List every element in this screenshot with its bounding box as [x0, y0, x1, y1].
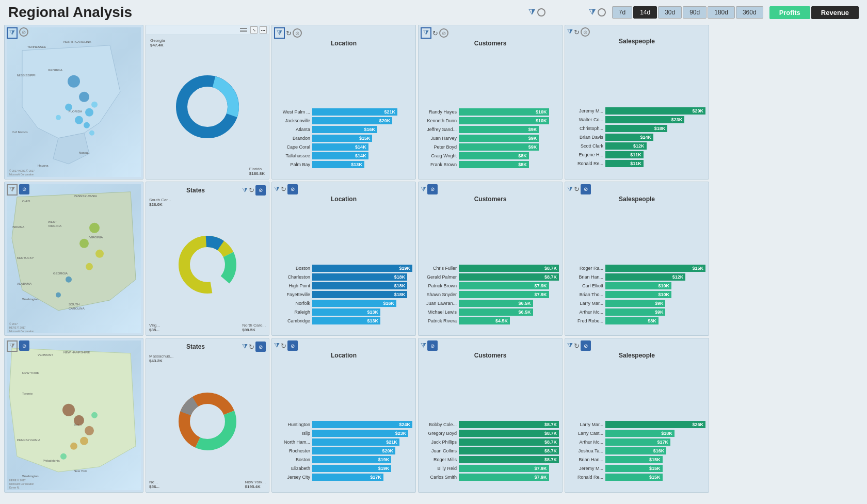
bar-row: Scott Clark $12K — [568, 142, 705, 150]
global-blocked-icon2[interactable] — [596, 7, 607, 19]
time-btn-30d[interactable]: 30d — [658, 6, 682, 19]
revenue-button[interactable]: Revenue — [811, 6, 859, 19]
global-filter-icon2[interactable]: ⧩ — [589, 8, 596, 17]
menu-btn-row1[interactable]: ••• — [260, 26, 267, 34]
global-filter-icon[interactable]: ⧩ — [528, 8, 535, 17]
bar-row: Elizabeth $19K — [275, 465, 412, 472]
states-refresh-icon-row3[interactable]: ↻ — [249, 343, 254, 351]
salespeople-refresh-icon-row3[interactable]: ↻ — [574, 342, 580, 350]
map-filter-icon-row3[interactable]: ⧩ — [7, 340, 18, 352]
salespeople-icons-row1: ⧩ ↻ ⊘ — [567, 27, 590, 37]
svg-point-61 — [60, 453, 67, 460]
bar-row: Brian Han... $12K — [568, 273, 705, 281]
location-refresh-icon-row3[interactable]: ↻ — [281, 342, 286, 350]
map-bg-row1: TENNESSEE NORTH CAROLINA MISSISSIPPI GEO… — [7, 27, 141, 177]
location-title-row3: Location — [274, 352, 413, 420]
states-refresh-icon-row2[interactable]: ↻ — [249, 186, 254, 194]
bar-fill: $15K — [312, 135, 372, 142]
bar-track: $8.7K — [459, 438, 559, 446]
location-refresh-icon-row1[interactable]: ↻ — [286, 29, 292, 37]
bar-label: Eugene H... — [568, 152, 603, 157]
customers-panel-row3: ⧩ ⊘ Customers Bobby Cole... $8.7K Gregor… — [418, 338, 563, 493]
bar-label: Gregory Boyd — [422, 431, 457, 436]
customers-panel-row1: ⧩ ↻ ⊘ Customers Randy Hayes $10K Kenneth… — [418, 25, 563, 180]
customers-blocked-icon-row2[interactable]: ⊘ — [427, 184, 438, 194]
bar-label: Jeffrey Sand... — [422, 127, 457, 132]
location-filter-icon-row1[interactable]: ⧩ — [274, 27, 285, 39]
bar-track: $23K — [312, 430, 412, 437]
time-button-group: 7d 14d 30d 90d 180d 360d — [612, 6, 763, 19]
time-btn-14d[interactable]: 14d — [633, 6, 657, 19]
page-title: Regional Analysis — [8, 4, 132, 21]
salespeople-refresh-icon-row2[interactable]: ↻ — [574, 185, 580, 193]
time-btn-90d[interactable]: 90d — [683, 6, 707, 19]
salespeople-blocked-icon-row2[interactable]: ⊘ — [581, 184, 591, 194]
customers-refresh-icon-row1[interactable]: ↻ — [432, 29, 438, 37]
customers-blocked-icon-row1[interactable]: ⊘ — [439, 28, 448, 38]
time-btn-360d[interactable]: 360d — [736, 6, 763, 19]
bar-track: $8.7K — [459, 273, 559, 281]
bar-label: Craig Wright — [422, 153, 457, 158]
map-blocked-icon-row2[interactable]: ⊘ — [19, 184, 29, 194]
states-blocked-icon-row3[interactable]: ⊘ — [255, 342, 266, 352]
salespeople-refresh-icon-row1[interactable]: ↻ — [574, 28, 580, 36]
bar-row: Brandon $15K — [275, 135, 412, 142]
profits-button[interactable]: Profits — [769, 6, 810, 19]
customers-blocked-icon-row3[interactable]: ⊘ — [427, 340, 438, 351]
map-blocked-icon-row3[interactable]: ⊘ — [19, 340, 29, 351]
bar-track: $15K — [605, 474, 705, 481]
map-blocked-icon-row1[interactable]: ⊘ — [19, 27, 28, 37]
customers-filter-icon-row3[interactable]: ⧩ — [421, 342, 426, 350]
bar-track: $10K — [605, 291, 705, 298]
bar-fill: $20K — [312, 117, 392, 124]
bar-label: Brian Tho... — [568, 292, 603, 297]
bar-track: $19K — [312, 265, 412, 272]
states-filter-icon-row3[interactable]: ⧩ — [242, 343, 248, 351]
salespeople-filter-icon-row3[interactable]: ⧩ — [567, 342, 573, 350]
donut-panel-row2: States ⧩ ↻ ⊘ South Car...$26.0K — [146, 182, 269, 336]
bar-track: $21K — [312, 108, 412, 116]
bar-row: Brian Davis $14K — [568, 134, 705, 141]
customers-filter-icon-row1[interactable]: ⧩ — [421, 27, 431, 39]
bar-track: $26K — [605, 421, 705, 428]
bar-fill: $10K — [605, 282, 671, 289]
location-filter-icon-row3[interactable]: ⧩ — [274, 342, 280, 350]
hamburger-icon-row1[interactable] — [239, 27, 248, 33]
metric-button-group: Profits Revenue — [769, 6, 859, 19]
salespeople-blocked-icon-row1[interactable]: ⊘ — [581, 27, 590, 37]
bar-fill: $10K — [605, 291, 671, 298]
expand-btn-row1[interactable]: ⤡ — [250, 26, 258, 34]
bar-fill: $7.9K — [459, 291, 549, 298]
states-blocked-icon-row2[interactable]: ⊘ — [255, 185, 266, 196]
location-filter-icon-row2[interactable]: ⧩ — [274, 185, 280, 193]
bar-row: Huntington $24K — [275, 421, 412, 428]
location-refresh-icon-row2[interactable]: ↻ — [281, 185, 286, 193]
bar-fill: $8.7K — [459, 438, 559, 446]
location-blocked-icon-row1[interactable]: ⊘ — [293, 28, 302, 38]
bar-row: Palm Bay $13K — [275, 161, 412, 168]
salespeople-filter-icon-row2[interactable]: ⧩ — [567, 185, 573, 193]
svg-text:NEW YORK: NEW YORK — [22, 371, 39, 375]
map-filter-icon-row1[interactable]: ⧩ — [7, 27, 18, 39]
bar-label: Randy Hayes — [422, 109, 457, 115]
bar-track: $16K — [312, 126, 412, 133]
bar-row: Billy Reid $7.9K — [422, 465, 559, 472]
bar-label: Peter Boyd — [422, 144, 457, 150]
bar-row: Walter Co... $23K — [568, 116, 705, 123]
time-btn-180d[interactable]: 180d — [708, 6, 735, 19]
location-blocked-icon-row2[interactable]: ⊘ — [287, 184, 298, 194]
bar-track: $14K — [312, 143, 412, 151]
map-filter-icon-row2[interactable]: ⧩ — [7, 184, 18, 196]
location-blocked-icon-row3[interactable]: ⊘ — [287, 340, 298, 351]
global-blocked-icon[interactable] — [535, 7, 547, 19]
salespeople-blocked-icon-row3[interactable]: ⊘ — [581, 340, 591, 351]
time-btn-7d[interactable]: 7d — [612, 6, 632, 19]
salespeople-filter-icon-row1[interactable]: ⧩ — [567, 28, 573, 36]
bar-label: Kenneth Dunn — [422, 118, 457, 123]
bar-fill: $7.9K — [459, 282, 549, 289]
bar-fill: $19K — [312, 456, 391, 463]
bar-label: North Ham... — [275, 440, 310, 445]
svg-text:ALABAMA: ALABAMA — [17, 282, 31, 285]
states-filter-icon-row2[interactable]: ⧩ — [242, 186, 248, 194]
customers-filter-icon-row2[interactable]: ⧩ — [421, 185, 426, 193]
